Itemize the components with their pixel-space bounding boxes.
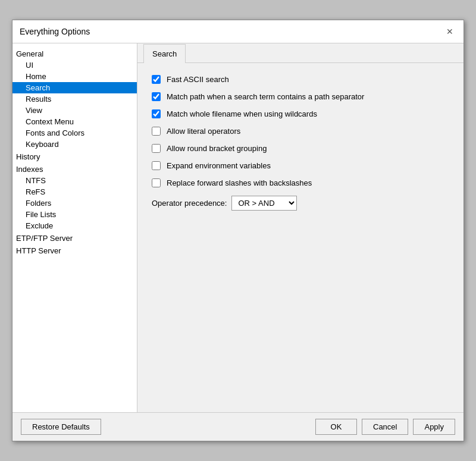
label-allow-bracket: Allow round bracket grouping — [167, 144, 267, 153]
label-allow-literal: Allow literal operators — [167, 127, 240, 136]
operator-precedence-select[interactable]: OR > ANDAND > OR — [231, 196, 297, 211]
option-row-allow-literal: Allow literal operators — [152, 127, 449, 136]
sidebar-item-file-lists[interactable]: File Lists — [12, 209, 137, 220]
title-bar: Everything Options ✕ — [12, 20, 464, 43]
checkbox-match-path[interactable] — [152, 92, 161, 101]
option-row-match-whole: Match whole filename when using wildcard… — [152, 109, 449, 118]
sidebar-item-indexes[interactable]: Indexes — [12, 162, 137, 175]
operator-row: Operator precedence:OR > ANDAND > OR — [152, 196, 449, 211]
sidebar-item-etp-ftp[interactable]: ETP/FTP Server — [12, 231, 137, 244]
sidebar-item-keyboard[interactable]: Keyboard — [12, 139, 137, 150]
sidebar-item-fonts-and-colors[interactable]: Fonts and Colors — [12, 127, 137, 139]
dialog-body: GeneralUIHomeSearchResultsViewContext Me… — [12, 43, 464, 412]
checkbox-replace-slashes[interactable] — [152, 178, 161, 187]
sidebar: GeneralUIHomeSearchResultsViewContext Me… — [12, 43, 137, 412]
content-panel: Fast ASCII searchMatch path when a searc… — [137, 63, 464, 412]
dialog-title: Everything Options — [20, 27, 90, 36]
label-expand-env: Expand environment variables — [167, 161, 271, 170]
label-replace-slashes: Replace forward slashes with backslashes — [167, 178, 312, 187]
restore-defaults-button[interactable]: Restore Defaults — [21, 419, 101, 435]
tab-search[interactable]: Search — [143, 44, 186, 63]
checkbox-expand-env[interactable] — [152, 161, 161, 170]
label-match-path: Match path when a search term contains a… — [167, 92, 364, 101]
sidebar-item-exclude[interactable]: Exclude — [12, 220, 137, 231]
checkbox-fast-ascii[interactable] — [152, 75, 161, 84]
label-fast-ascii: Fast ASCII search — [167, 75, 229, 84]
checkbox-match-whole[interactable] — [152, 109, 161, 118]
dialog-footer: Restore Defaults OK Cancel Apply — [12, 412, 464, 441]
sidebar-item-home[interactable]: Home — [12, 71, 137, 82]
option-row-allow-bracket: Allow round bracket grouping — [152, 144, 449, 153]
tab-bar: Search — [137, 43, 464, 63]
checkbox-allow-literal[interactable] — [152, 127, 161, 136]
content-area: Search Fast ASCII searchMatch path when … — [137, 43, 464, 412]
sidebar-item-http-server[interactable]: HTTP Server — [12, 244, 137, 256]
label-match-whole: Match whole filename when using wildcard… — [167, 109, 317, 118]
sidebar-item-refs[interactable]: ReFS — [12, 186, 137, 197]
sidebar-item-folders[interactable]: Folders — [12, 197, 137, 209]
sidebar-item-ntfs[interactable]: NTFS — [12, 175, 137, 186]
sidebar-item-view[interactable]: View — [12, 105, 137, 116]
footer-right: OK Cancel Apply — [315, 419, 455, 435]
sidebar-item-general[interactable]: General — [12, 47, 137, 59]
option-row-fast-ascii: Fast ASCII search — [152, 75, 449, 84]
cancel-button[interactable]: Cancel — [362, 419, 408, 435]
option-row-replace-slashes: Replace forward slashes with backslashes — [152, 178, 449, 187]
sidebar-item-results[interactable]: Results — [12, 93, 137, 105]
option-row-match-path: Match path when a search term contains a… — [152, 92, 449, 101]
sidebar-item-search[interactable]: Search — [12, 82, 137, 93]
close-button[interactable]: ✕ — [443, 25, 456, 38]
sidebar-item-history[interactable]: History — [12, 150, 137, 162]
sidebar-item-ui[interactable]: UI — [12, 59, 137, 71]
footer-left: Restore Defaults — [21, 419, 101, 435]
checkbox-allow-bracket[interactable] — [152, 144, 161, 153]
option-row-expand-env: Expand environment variables — [152, 161, 449, 170]
operator-precedence-label: Operator precedence: — [152, 199, 227, 208]
ok-button[interactable]: OK — [315, 419, 357, 435]
apply-button[interactable]: Apply — [413, 419, 455, 435]
sidebar-item-context-menu[interactable]: Context Menu — [12, 116, 137, 127]
everything-options-dialog: Everything Options ✕ GeneralUIHomeSearch… — [12, 20, 464, 441]
